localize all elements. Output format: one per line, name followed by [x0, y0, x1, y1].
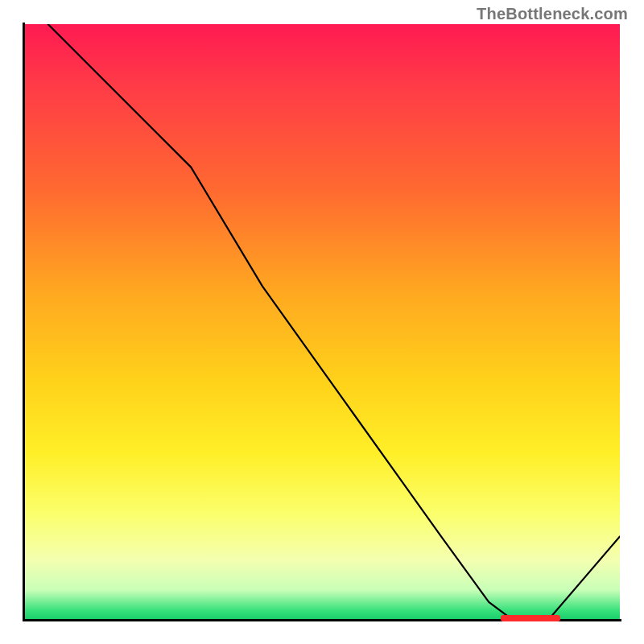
watermark-text: TheBottleneck.com — [477, 5, 628, 23]
chart-background-gradient — [24, 24, 620, 620]
chart-plot-area — [24, 24, 620, 620]
chart-highlight-marker — [501, 615, 560, 621]
